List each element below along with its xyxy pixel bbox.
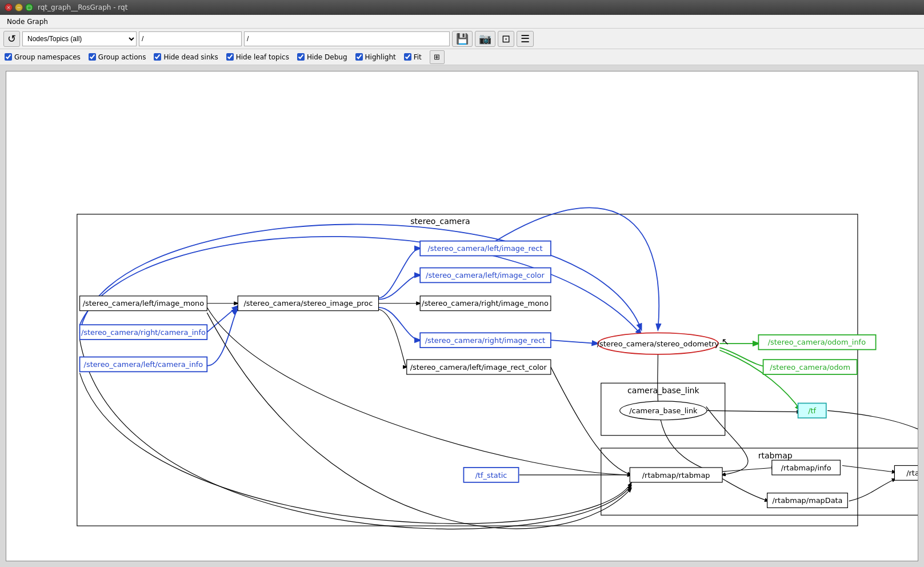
node-tf-static-label: /tf_static [475,471,507,480]
edge-stereoproc-leftrect [379,249,421,298]
screenshot-button[interactable]: 📷 [475,31,495,47]
node-stereo-odom-label: /stereo_camera/stereo_odometry [597,340,719,348]
settings-button[interactable]: ☰ [517,31,534,47]
edge-blue-arc2 [80,224,642,333]
window-title: rqt_graph__RosGraph - rqt [38,3,127,11]
save-button[interactable]: 💾 [452,31,473,47]
node-stereo-proc-label: /stereo_camera/stereo_image_proc [243,299,373,308]
namespace-filter-input[interactable] [139,31,242,46]
edge-rtabmap-info [722,468,775,472]
edge-camleft-rtabmap [80,373,631,524]
group-namespaces-checkbox[interactable]: Group namespaces [5,53,81,61]
maximize-button[interactable]: □ [25,3,33,11]
node-rtabmapviz-label: /rtabmap/rtabmapviz [906,469,918,477]
node-odom-info-label: /stereo_camera/odom_info [768,338,866,346]
highlight-checkbox[interactable]: Highlight [355,53,396,61]
node-img-mono-label: /stereo_camera/left/image_mono [83,299,205,308]
node-rtabmap-mapdata-label: /rtabmap/mapData [772,496,842,505]
edge-stereoproc-rtabmap [207,308,631,475]
cursor-indicator: ↖ [722,336,730,347]
refresh-button[interactable]: ↺ [3,31,20,47]
graph-container: stereo_camera camera_base_link rtabmap [6,71,918,561]
edge-rightrect-stereoodom [551,340,598,344]
camera-base-link-label: camera_base_link [627,386,699,395]
fit-button[interactable]: ⊡ [498,31,514,47]
topic-filter-input[interactable] [244,31,450,46]
hide-debug-checkbox[interactable]: Hide Debug [297,53,347,61]
edge-cbl-rtabmap [706,406,748,475]
node-cam-right-info-label: /stereo_camera/right/camera_info [81,328,206,337]
node-left-rect-label: /stereo_camera/left/image_rect [427,244,542,253]
edge-blue-arc1 [80,237,642,335]
edge-rtabmapmapdata-viz [849,479,896,501]
node-right-rect-label: /stereo_camera/right/image_rect [425,336,545,345]
fit-checkbox[interactable]: Fit [404,53,422,61]
edge-stereoproc-rightrect [379,308,421,340]
node-left-color-label: /stereo_camera/left/image_color [426,271,545,279]
hide-leaf-topics-checkbox[interactable]: Hide leaf topics [226,53,289,61]
toolbar: ↺ Nodes/Topics (all) Nodes only Topics o… [0,29,924,49]
node-rtabmap-info-label: /rtabmap/info [781,464,831,472]
stereo-camera-label: stereo_camera [410,217,470,226]
rtabmap-label: rtabmap [758,451,793,460]
hide-dead-sinks-checkbox[interactable]: Hide dead sinks [154,53,218,61]
edge-stereoproc-leftrectcolor [379,309,407,367]
titlebar: × − □ rqt_graph__RosGraph - rqt [0,0,924,15]
node-left-rect-color-label: /stereo_camera/left/image_rect_color [410,363,547,372]
menu-node-graph[interactable]: Node Graph [2,17,53,27]
graph-svg: stereo_camera camera_base_link rtabmap [6,71,918,561]
edge-imgmono-rtabmap [207,313,631,529]
edge-rtabmapinfo-viz [842,465,896,472]
node-cam-left-info-label: /stereo_camera/left/camera_info [84,360,203,369]
node-odom-label: /stereo_camera/odom [770,363,850,372]
window-controls[interactable]: × − □ [5,3,33,11]
edge-stereoodom-odom [719,348,770,367]
close-button[interactable]: × [5,3,13,11]
node-rtabmap-label: /rtabmap/rtabmap [642,471,710,480]
options-button[interactable]: ⊞ [430,50,445,64]
display-mode-select[interactable]: Nodes/Topics (all) Nodes only Topics onl… [22,31,137,46]
node-right-mono-label: /stereo_camera/right/image_mono [422,299,549,308]
edge-camerabaselink-tf [706,410,801,412]
edge-tf-viz [827,410,918,468]
edge-rtabmap-mapdata [722,478,769,501]
node-camera-base-link-label: /camera_base_link [629,406,698,415]
minimize-button[interactable]: − [15,3,23,11]
canvas-area[interactable]: stereo_camera camera_base_link rtabmap [0,65,924,567]
node-tf-label: /tf [808,406,816,415]
group-actions-checkbox[interactable]: Group actions [89,53,146,61]
checkbar: Group namespaces Group actions Hide dead… [0,49,924,65]
menubar: Node Graph [0,15,924,29]
